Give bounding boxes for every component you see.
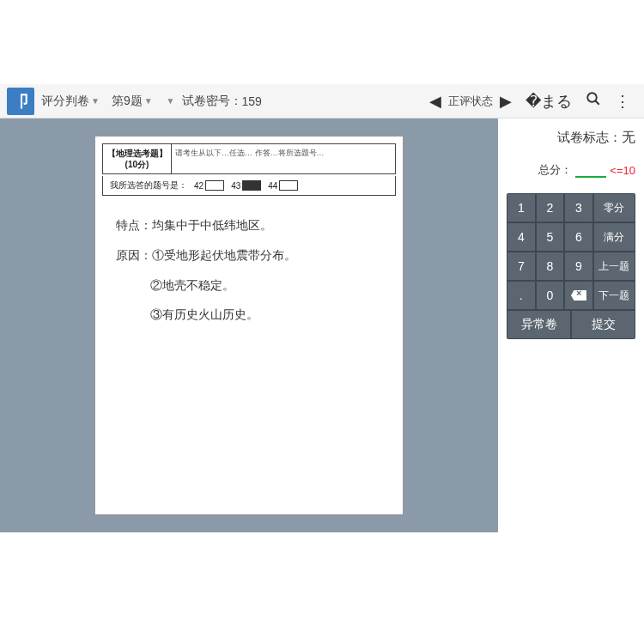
- answer-selection-row: 我所选答的题号是： 42 43 44: [102, 176, 396, 196]
- total-score-row: 总分： <=10: [507, 162, 635, 178]
- menu-icon[interactable]: ⋮: [615, 92, 630, 111]
- keypad-submit[interactable]: 提交: [571, 310, 635, 339]
- grading-label: 评分判卷: [41, 94, 89, 109]
- handwriting-line: ③有历史火山历史。: [116, 302, 382, 329]
- top-toolbar: 卩 评分判卷 ▼ 第9题 ▼ ▼ 试卷密号： 159 ◀ 正评状态 ▶ �まる …: [0, 84, 644, 118]
- app-logo: 卩: [7, 88, 34, 115]
- total-score-label: 总分：: [538, 162, 572, 178]
- score-keypad: 1 2 3 零分 4 5 6 满分 7 8 9 上一题 . 0 下一题: [507, 193, 635, 339]
- question-title: 【地理选考题】 (10分): [103, 144, 172, 173]
- caret-down-icon: ▼: [91, 96, 100, 106]
- prev-arrow-icon[interactable]: ◀: [429, 92, 441, 111]
- status-label: 正评状态: [448, 94, 493, 109]
- caret-down-icon: ▼: [144, 96, 153, 106]
- svg-point-0: [587, 93, 597, 102]
- keypad-4[interactable]: 4: [507, 222, 536, 252]
- keypad-zero-score[interactable]: 零分: [593, 193, 635, 222]
- exam-paper: 【地理选考题】 (10分) 请考生从以下…任选… 作答…将所选题号… 我所选答的…: [94, 136, 404, 515]
- keypad-next-question[interactable]: 下一题: [593, 281, 635, 310]
- question-instructions: 请考生从以下…任选… 作答…将所选题号…: [172, 144, 395, 173]
- backspace-icon: [571, 290, 586, 301]
- next-arrow-icon[interactable]: ▶: [500, 92, 512, 111]
- keypad-7[interactable]: 7: [507, 252, 536, 281]
- search-icon[interactable]: [586, 91, 601, 111]
- keypad-1[interactable]: 1: [507, 193, 536, 222]
- student-answer: 特点：均集中于中低纬地区。 原因：①受地形起伏地震带分布。 ②地壳不稳定。 ③有…: [102, 213, 396, 329]
- keypad-9[interactable]: 9: [564, 252, 593, 281]
- score-limit: <=10: [610, 164, 635, 177]
- caret-down-icon: ▼: [167, 96, 175, 106]
- question-label: 第9题: [112, 94, 143, 109]
- answer-prompt: 我所选答的题号是：: [110, 179, 187, 191]
- scoring-panel: 试卷标志：无 总分： <=10 1 2 3 零分 4 5 6 满分 7 8: [498, 118, 644, 532]
- keypad-backspace[interactable]: [564, 281, 593, 310]
- paper-secret-value: 159: [242, 94, 262, 108]
- keypad-6[interactable]: 6: [564, 222, 593, 252]
- paper-secret-label: 试卷密号：: [182, 94, 242, 109]
- handwriting-line: 原因：①受地形起伏地震带分布。: [116, 243, 382, 270]
- keypad-8[interactable]: 8: [536, 252, 565, 281]
- keypad-full-score[interactable]: 满分: [593, 222, 635, 252]
- export-icon[interactable]: �まる: [526, 91, 572, 112]
- paper-viewport: 【地理选考题】 (10分) 请考生从以下…任选… 作答…将所选题号… 我所选答的…: [0, 118, 498, 532]
- paper-mark-value[interactable]: 无: [622, 130, 635, 144]
- keypad-dot[interactable]: .: [507, 281, 536, 310]
- keypad-3[interactable]: 3: [564, 193, 593, 222]
- keypad-0[interactable]: 0: [536, 281, 565, 310]
- keypad-abnormal[interactable]: 异常卷: [507, 310, 571, 339]
- handwriting-line: ②地壳不稳定。: [116, 273, 382, 300]
- svg-line-1: [595, 100, 599, 105]
- question-dropdown[interactable]: 第9题 ▼: [112, 94, 160, 109]
- keypad-2[interactable]: 2: [536, 193, 565, 222]
- handwriting-line: 特点：均集中于中低纬地区。: [116, 213, 382, 240]
- keypad-prev-question[interactable]: 上一题: [593, 252, 635, 281]
- score-input[interactable]: [575, 162, 606, 178]
- paper-mark-row: 试卷标志：无: [507, 129, 635, 147]
- grading-dropdown[interactable]: 评分判卷 ▼: [41, 94, 106, 109]
- keypad-5[interactable]: 5: [536, 222, 565, 252]
- workspace: 【地理选考题】 (10分) 请考生从以下…任选… 作答…将所选题号… 我所选答的…: [0, 118, 644, 532]
